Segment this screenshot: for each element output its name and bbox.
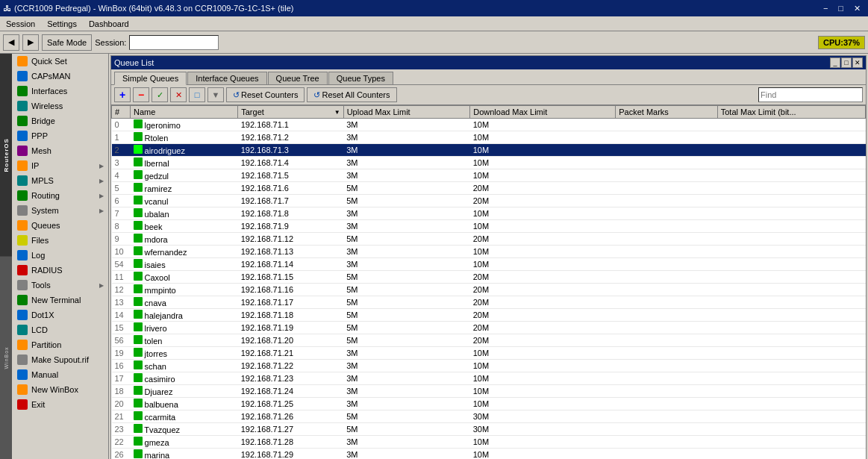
table-row[interactable]: 8 beek 192.168.71.9 3M 10M [112, 220, 866, 233]
session-input[interactable] [129, 35, 219, 50]
sidebar-label-interfaces: Interfaces [31, 87, 67, 96]
sidebar-item-new-terminal[interactable]: New Terminal [12, 293, 108, 307]
table-row[interactable]: 23 Tvazquez 192.168.71.27 5M 30M [112, 423, 866, 436]
table-row[interactable]: 54 isaies 192.168.71.14 3M 10M [112, 258, 866, 271]
sidebar-item-wireless[interactable]: Wireless [12, 99, 108, 113]
queue-minimize-button[interactable]: _ [830, 57, 840, 68]
remove-button[interactable]: − [133, 87, 149, 102]
table-row[interactable]: 18 Djuarez 192.168.71.24 3M 10M [112, 385, 866, 398]
table-row[interactable]: 3 lbernal 192.168.71.4 3M 10M [112, 157, 866, 169]
col-header-marks[interactable]: Packet Marks [616, 106, 718, 119]
table-row[interactable]: 2 airodriguez 192.168.71.3 3M 10M [112, 144, 866, 157]
table-row[interactable]: 20 balbuena 192.168.71.25 3M 10M [112, 398, 866, 410]
cell-num: 7 [112, 207, 131, 220]
col-header-total[interactable]: Total Max Limit (bit... [717, 106, 865, 119]
cell-download: 20M [470, 182, 616, 195]
cell-name: cnava [131, 296, 238, 309]
cell-total [717, 119, 865, 131]
sidebar-item-tools[interactable]: Tools ▶ [12, 278, 108, 293]
col-header-target[interactable]: Target ▼ [238, 106, 343, 119]
sidebar-item-mesh[interactable]: Mesh [12, 143, 108, 158]
menu-session[interactable]: Session [0, 18, 41, 30]
queue-maximize-button[interactable]: □ [841, 57, 852, 68]
cell-name: tolen [131, 334, 238, 347]
filter-button[interactable]: ▼ [207, 87, 224, 102]
sidebar-item-routing[interactable]: Routing ▶ [12, 188, 108, 203]
disable-button[interactable]: ✕ [170, 87, 187, 102]
sidebar-item-radius[interactable]: RADIUS [12, 263, 108, 278]
sidebar-item-new-winbox[interactable]: New WinBox [12, 382, 108, 397]
cell-name: airodriguez [131, 144, 238, 157]
sidebar-item-quick-set[interactable]: Quick Set [12, 54, 108, 69]
reset-all-counters-button[interactable]: ↺ Reset All Counters [307, 87, 396, 102]
table-row[interactable]: 17 casimiro 192.168.71.23 3M 10M [112, 372, 866, 385]
table-row[interactable]: 14 halejandra 192.168.71.18 5M 20M [112, 309, 866, 322]
copy-button[interactable]: □ [189, 87, 205, 102]
table-row[interactable]: 7 ubalan 192.168.71.8 3M 10M [112, 207, 866, 220]
add-button[interactable]: + [114, 87, 131, 102]
table-row[interactable]: 11 Caxool 192.168.71.15 5M 20M [112, 271, 866, 284]
col-header-upload[interactable]: Upload Max Limit [343, 106, 470, 119]
tab-simple-queues[interactable]: Simple Queues [114, 72, 187, 85]
tab-queue-types[interactable]: Queue Types [328, 72, 393, 84]
back-button[interactable]: ◀ [3, 34, 19, 51]
sidebar-item-bridge[interactable]: Bridge [12, 113, 108, 128]
table-row[interactable]: 1 Rtolen 192.168.71.2 3M 10M [112, 131, 866, 144]
sidebar-item-system[interactable]: System ▶ [12, 203, 108, 218]
table-row[interactable]: 9 mdora 192.168.71.12 5M 20M [112, 233, 866, 246]
cell-target: 192.168.71.19 [238, 322, 343, 334]
table-row[interactable]: 13 cnava 192.168.71.17 5M 20M [112, 296, 866, 309]
table-row[interactable]: 12 mmpinto 192.168.71.16 5M 20M [112, 284, 866, 296]
menu-settings[interactable]: Settings [41, 18, 83, 30]
cell-download: 10M [470, 157, 616, 169]
table-row[interactable]: 26 marina 192.168.71.29 3M 10M [112, 449, 866, 460]
sidebar-item-partition[interactable]: Partition [12, 337, 108, 352]
table-row[interactable]: 21 ccarmita 192.168.71.26 5M 30M [112, 410, 866, 423]
forward-button[interactable]: ▶ [22, 34, 39, 51]
sidebar-item-mpls[interactable]: MPLS ▶ [12, 173, 108, 188]
cell-name: ubalan [131, 207, 238, 220]
sidebar-item-capsman[interactable]: CAPsMAN [12, 69, 108, 84]
cell-marks [616, 233, 718, 246]
cell-download: 10M [470, 131, 616, 144]
col-header-download[interactable]: Download Max Limit [470, 106, 616, 119]
title-bar-controls: − □ ✕ [819, 1, 865, 15]
sidebar-item-files[interactable]: Files [12, 233, 108, 248]
table-row[interactable]: 4 gedzul 192.168.71.5 3M 10M [112, 169, 866, 182]
sidebar-item-exit[interactable]: Exit [12, 397, 108, 412]
sidebar-item-make-supout[interactable]: Make Supout.rif [12, 352, 108, 367]
sidebar-item-log[interactable]: Log [12, 248, 108, 263]
cell-target: 192.168.71.16 [238, 284, 343, 296]
table-row[interactable]: 6 vcanul 192.168.71.7 5M 20M [112, 195, 866, 207]
table-row[interactable]: 19 jtorres 192.168.71.21 3M 10M [112, 347, 866, 360]
table-row[interactable]: 5 ramirez 192.168.71.6 5M 20M [112, 182, 866, 195]
sidebar-label-log: Log [31, 251, 45, 260]
tab-queue-tree[interactable]: Queue Tree [268, 72, 328, 84]
sidebar-item-queues[interactable]: Queues [12, 218, 108, 233]
sidebar-item-dot1x[interactable]: Dot1X [12, 307, 108, 322]
enable-button[interactable]: ✓ [152, 87, 168, 102]
sidebar-item-lcd[interactable]: LCD [12, 322, 108, 337]
sidebar-item-ppp[interactable]: PPP [12, 128, 108, 143]
queue-close-button[interactable]: ✕ [852, 57, 863, 68]
menu-dashboard[interactable]: Dashboard [83, 18, 135, 30]
table-row[interactable]: 16 schan 192.168.71.22 3M 10M [112, 360, 866, 372]
table-row[interactable]: 15 lrivero 192.168.71.19 5M 20M [112, 322, 866, 334]
close-button[interactable]: ✕ [849, 1, 865, 15]
table-row[interactable]: 56 tolen 192.168.71.20 5M 20M [112, 334, 866, 347]
sidebar-item-manual[interactable]: Manual [12, 367, 108, 382]
reset-counters-button[interactable]: ↺ Reset Counters [226, 87, 305, 102]
table-row[interactable]: 0 lgeronimo 192.168.71.1 3M 10M [112, 119, 866, 131]
table-row[interactable]: 22 gmeza 192.168.71.28 3M 10M [112, 436, 866, 449]
cell-download: 20M [470, 322, 616, 334]
col-header-num[interactable]: # [112, 106, 131, 119]
find-input[interactable] [758, 87, 863, 102]
table-row[interactable]: 10 wfernandez 192.168.71.13 3M 10M [112, 246, 866, 258]
sidebar-item-interfaces[interactable]: Interfaces [12, 84, 108, 99]
sidebar-item-ip[interactable]: IP ▶ [12, 158, 108, 173]
minimize-button[interactable]: − [819, 1, 832, 15]
col-header-name[interactable]: Name [131, 106, 238, 119]
tab-interface-queues[interactable]: Interface Queues [187, 72, 266, 84]
maximize-button[interactable]: □ [834, 1, 848, 15]
safe-mode-button[interactable]: Safe Mode [42, 34, 92, 51]
